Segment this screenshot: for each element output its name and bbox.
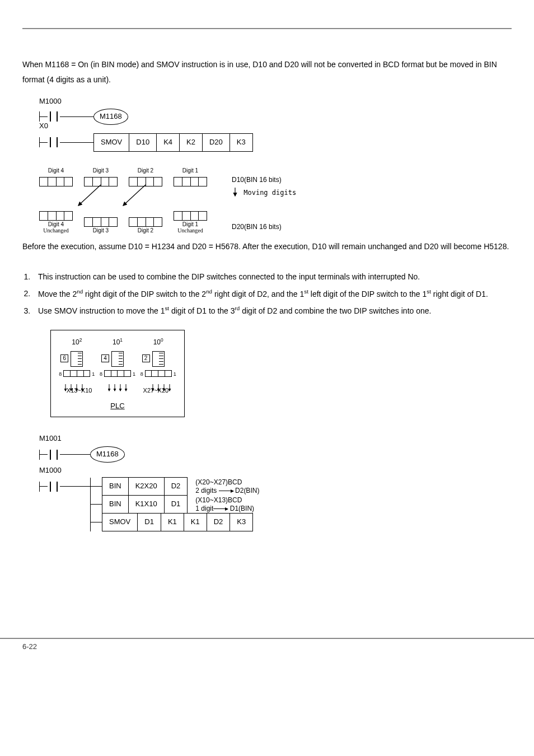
nibble-box bbox=[84, 217, 118, 227]
dip-arrows bbox=[51, 384, 185, 394]
bin-instruction: BIN K1X10 D1 bbox=[102, 495, 188, 514]
d10-label: D10(BIN 16 bits) bbox=[232, 174, 282, 186]
d20-label: D20(BIN 16 bits) bbox=[232, 221, 282, 234]
page-content: When M1168 = On (in BIN mode) and SMOV i… bbox=[0, 29, 534, 531]
page-footer: 6-22 bbox=[0, 638, 534, 662]
contact-icon bbox=[48, 450, 60, 460]
instr-arg: D2 bbox=[207, 514, 231, 531]
switch-value: 6 bbox=[60, 354, 68, 362]
nibble-mini bbox=[63, 370, 90, 377]
bin-instruction: BIN K2X20 D2 bbox=[102, 477, 188, 496]
instr-arg: K4 bbox=[157, 134, 180, 151]
digit-label: Digit 1 bbox=[182, 221, 198, 227]
nibble-box bbox=[39, 211, 73, 221]
nibble-box bbox=[84, 177, 118, 186]
instr-arg: K3 bbox=[230, 134, 252, 151]
nibble-mini bbox=[145, 370, 172, 377]
mid-paragraph: Before the execution, assume D10 = H1234… bbox=[22, 239, 512, 254]
instr-op: SMOV bbox=[102, 514, 138, 531]
plc-label: PLC bbox=[51, 399, 184, 413]
instr-arg: K1X10 bbox=[129, 496, 165, 513]
dip-switch-icon bbox=[71, 351, 83, 367]
nibble-box bbox=[129, 177, 162, 186]
step-1: This instruction can be used to combine … bbox=[32, 270, 512, 284]
instr-arg: D1 bbox=[165, 496, 188, 513]
rung1-label: M1000 bbox=[39, 95, 128, 109]
switch-value: 4 bbox=[101, 354, 109, 362]
instr-arg: K3 bbox=[230, 514, 252, 531]
contact-icon bbox=[48, 137, 60, 147]
instr-arg: K2X20 bbox=[129, 478, 165, 495]
dip-switch-diagram: 102 101 100 6 4 2 bbox=[50, 330, 185, 417]
moving-digits-label: Moving digits bbox=[243, 189, 296, 197]
ladder-diagram-2: M1001 M1168 M1000 bbox=[39, 432, 512, 531]
smov-instruction: SMOV D1 K1 K1 D2 K3 bbox=[102, 513, 253, 531]
contact-icon bbox=[48, 482, 60, 492]
bit-label: 1 bbox=[133, 370, 135, 379]
bit-label: 8 bbox=[100, 370, 102, 379]
digit-label: Digit 1 bbox=[174, 165, 207, 176]
nibble-box bbox=[174, 177, 207, 186]
nibble-box bbox=[39, 177, 73, 186]
instr-op: BIN bbox=[102, 496, 129, 513]
svg-line-0 bbox=[78, 185, 101, 206]
dip-switch-icon bbox=[152, 351, 165, 367]
bit-label: 1 bbox=[174, 370, 176, 379]
power-label: 102 bbox=[72, 336, 82, 349]
digit-label: Digit 4 bbox=[48, 221, 64, 227]
instr-op: BIN bbox=[102, 478, 129, 495]
power-label: 100 bbox=[153, 336, 163, 349]
comment-a: (X20~X27)BCD 2 digits D2(BIN) bbox=[195, 478, 259, 494]
digit-label: Digit 3 bbox=[84, 165, 118, 176]
digit-label: Digit 2 bbox=[129, 165, 162, 176]
bit-label: 1 bbox=[92, 370, 95, 379]
instr-arg: D2 bbox=[165, 478, 188, 495]
instr-arg: D1 bbox=[138, 514, 161, 531]
power-label: 101 bbox=[113, 336, 123, 349]
instr-arg: K2 bbox=[180, 134, 203, 151]
bit-label: 8 bbox=[140, 370, 143, 379]
rung-label: M1000 bbox=[39, 464, 512, 478]
digit-label: Digit 2 bbox=[129, 227, 162, 234]
instr-arg: K1 bbox=[161, 514, 184, 531]
page-number: 6-22 bbox=[22, 642, 37, 651]
nibble-box bbox=[129, 217, 162, 227]
ladder-diagram-1: M1000 M1168 X0 SMOV D10 K4 K2 bbox=[39, 95, 512, 229]
digit-label: Digit 4 bbox=[39, 165, 73, 176]
switch-value: 2 bbox=[142, 354, 150, 362]
smov-instruction: SMOV D10 K4 K2 D20 K3 bbox=[93, 133, 253, 152]
rung2-label: X0 bbox=[39, 119, 253, 133]
nibble-mini bbox=[104, 370, 131, 377]
bit-label: 8 bbox=[59, 370, 62, 379]
comment-b: (X10~X13)BCD 1 digit D1(BIN) bbox=[195, 496, 254, 512]
rung-label: M1001 bbox=[39, 432, 512, 446]
digit-label: Digit 3 bbox=[84, 227, 118, 234]
step-2: Move the 2nd right digit of the DIP swit… bbox=[32, 287, 512, 302]
instr-arg: D20 bbox=[203, 134, 230, 151]
intro-paragraph: When M1168 = On (in BIN mode) and SMOV i… bbox=[22, 57, 512, 87]
nibble-box bbox=[174, 211, 207, 221]
instr-arg: D10 bbox=[129, 134, 157, 151]
instr-arg: K1 bbox=[184, 514, 207, 531]
unchanged-label: Unchanged bbox=[43, 227, 69, 234]
dip-switch-icon bbox=[111, 351, 124, 367]
steps-list: This instruction can be used to combine … bbox=[32, 270, 512, 319]
coil-m1168: M1168 bbox=[90, 446, 125, 463]
unchanged-label: Unchanged bbox=[177, 227, 203, 234]
svg-line-1 bbox=[123, 185, 146, 206]
instr-op: SMOV bbox=[94, 134, 129, 151]
step-3: Use SMOV instruction to move the 1st dig… bbox=[32, 304, 512, 319]
